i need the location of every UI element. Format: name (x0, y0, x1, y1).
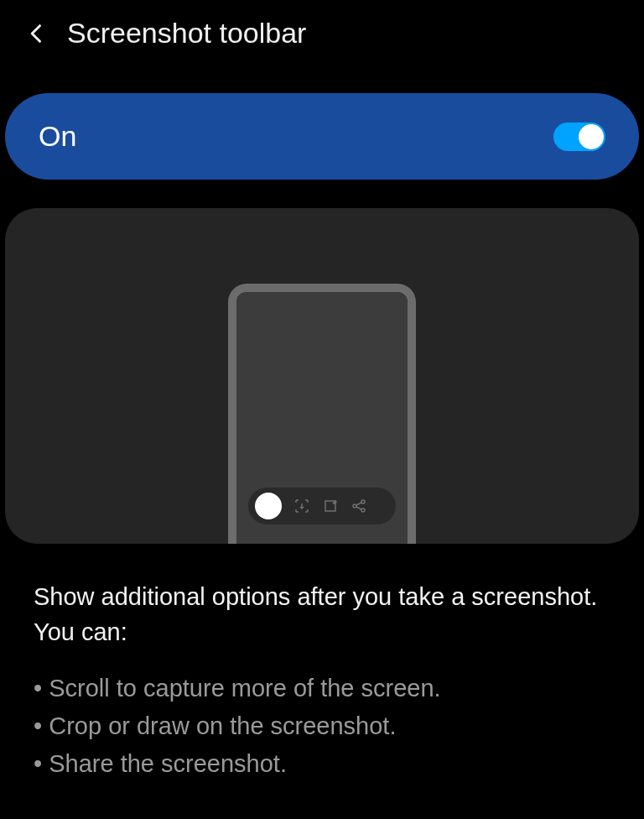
toggle-switch[interactable] (553, 123, 605, 151)
description-bullet: • Share the screenshot. (34, 745, 610, 783)
svg-point-3 (361, 509, 365, 512)
scroll-capture-icon (293, 498, 310, 514)
thumbnail-icon (255, 493, 282, 519)
description-bullet: • Crop or draw on the screenshot. (34, 707, 610, 745)
preview-card (5, 208, 639, 544)
crop-draw-icon (322, 498, 339, 514)
mini-toolbar-illustration (248, 488, 396, 524)
share-icon (351, 498, 367, 514)
svg-point-2 (353, 504, 356, 508)
phone-frame-illustration (228, 284, 416, 544)
svg-line-5 (356, 507, 361, 509)
toggle-label: On (39, 120, 76, 153)
toggle-knob (579, 124, 604, 149)
description-bullet: • Scroll to capture more of the screen. (34, 670, 610, 707)
svg-line-4 (356, 503, 361, 505)
header: Screenshot toolbar (0, 0, 644, 66)
page-title: Screenshot toolbar (67, 17, 306, 50)
description-intro: Show additional options after you take a… (34, 579, 610, 649)
back-icon[interactable] (25, 22, 49, 45)
phone-screen-illustration (236, 292, 408, 544)
toggle-card[interactable]: On (5, 93, 639, 180)
description: Show additional options after you take a… (34, 579, 610, 783)
svg-point-1 (361, 500, 365, 503)
